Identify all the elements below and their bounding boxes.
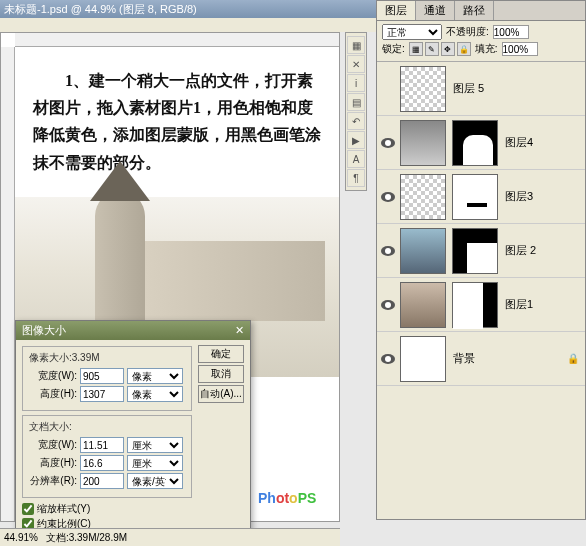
visibility-toggle[interactable] bbox=[379, 192, 397, 202]
width-px-input[interactable] bbox=[80, 368, 124, 384]
dialog-close-icon[interactable]: ✕ bbox=[235, 324, 244, 337]
fill-label: 填充: bbox=[475, 42, 498, 56]
tab-layers[interactable]: 图层 bbox=[377, 1, 416, 20]
doc-size-label: 文档大小: bbox=[29, 420, 185, 434]
character-icon[interactable]: A bbox=[347, 150, 365, 168]
resolution-input[interactable] bbox=[80, 473, 124, 489]
lock-all-icon[interactable]: 🔒 bbox=[457, 42, 471, 56]
layer-name[interactable]: 图层3 bbox=[501, 189, 583, 204]
panel-controls: 正常 不透明度: 锁定: ▦ ✎ ✥ 🔒 填充: bbox=[377, 21, 585, 62]
layer-name[interactable]: 图层1 bbox=[501, 297, 583, 312]
history-icon[interactable]: ↶ bbox=[347, 112, 365, 130]
paragraph-icon[interactable]: ¶ bbox=[347, 169, 365, 187]
layer-row[interactable]: 图层 2 bbox=[377, 224, 585, 278]
ok-button[interactable]: 确定 bbox=[198, 345, 244, 363]
height-px-input[interactable] bbox=[80, 386, 124, 402]
layer-thumbnail[interactable] bbox=[400, 228, 446, 274]
height-cm-label: 高度(H): bbox=[29, 456, 77, 470]
castle-tower bbox=[95, 191, 145, 321]
width-cm-input[interactable] bbox=[80, 437, 124, 453]
lock-transparent-icon[interactable]: ▦ bbox=[409, 42, 423, 56]
ruler-vertical[interactable] bbox=[1, 47, 15, 521]
layers-list[interactable]: 图层 5 图层4 图层3 图层 2 图层1 bbox=[377, 62, 585, 522]
doc-size-info: 文档:3.39M/28.9M bbox=[46, 531, 127, 545]
eye-icon bbox=[381, 354, 395, 364]
lock-label: 锁定: bbox=[382, 42, 405, 56]
pixel-dims-label: 像素大小:3.39M bbox=[29, 351, 185, 365]
layer-name[interactable]: 图层 5 bbox=[449, 81, 583, 96]
lock-icon: 🔒 bbox=[567, 353, 583, 364]
layer-name[interactable]: 图层4 bbox=[501, 135, 583, 150]
layer-mask[interactable] bbox=[452, 120, 498, 166]
dialog-title: 图像大小 bbox=[22, 323, 66, 338]
site-watermark: 查字典 教程网 bbox=[570, 541, 584, 544]
layer-thumbnail[interactable] bbox=[400, 66, 446, 112]
visibility-toggle[interactable] bbox=[379, 246, 397, 256]
width-cm-unit[interactable]: 厘米 bbox=[127, 437, 183, 453]
dialog-titlebar[interactable]: 图像大小 ✕ bbox=[16, 321, 250, 340]
close-icon[interactable]: ✕ bbox=[347, 55, 365, 73]
layer-thumbnail[interactable] bbox=[400, 282, 446, 328]
visibility-toggle[interactable] bbox=[379, 354, 397, 364]
layer-mask[interactable] bbox=[452, 228, 498, 274]
narrow-toolbar: ▦ ✕ i ▤ ↶ ▶ A ¶ bbox=[345, 32, 367, 191]
height-px-unit[interactable]: 像素 bbox=[127, 386, 183, 402]
layer-row[interactable]: 图层 5 bbox=[377, 62, 585, 116]
eye-icon bbox=[381, 192, 395, 202]
scale-styles-label: 缩放样式(Y) bbox=[37, 502, 90, 516]
blend-mode-select[interactable]: 正常 bbox=[382, 24, 442, 40]
layer-thumbnail[interactable] bbox=[400, 174, 446, 220]
tab-channels[interactable]: 通道 bbox=[416, 1, 455, 20]
resolution-label: 分辨率(R): bbox=[29, 474, 77, 488]
opacity-label: 不透明度: bbox=[446, 25, 489, 39]
scale-styles-checkbox[interactable] bbox=[22, 503, 34, 515]
panel-tabs: 图层 通道 路径 bbox=[377, 1, 585, 21]
layer-row[interactable]: 图层4 bbox=[377, 116, 585, 170]
layer-row[interactable]: 图层1 bbox=[377, 278, 585, 332]
resolution-unit[interactable]: 像素/英寸 bbox=[127, 473, 183, 489]
layer-thumbnail[interactable] bbox=[400, 336, 446, 382]
width-label: 宽度(W): bbox=[29, 369, 77, 383]
navigator-icon[interactable]: ▦ bbox=[347, 36, 365, 54]
height-label: 高度(H): bbox=[29, 387, 77, 401]
opacity-input[interactable] bbox=[493, 25, 529, 39]
lock-pixels-icon[interactable]: ✎ bbox=[425, 42, 439, 56]
layer-name[interactable]: 图层 2 bbox=[501, 243, 583, 258]
zoom-value[interactable]: 44.91% bbox=[4, 532, 38, 543]
layer-row[interactable]: 图层3 bbox=[377, 170, 585, 224]
layers-panel: 图层 通道 路径 正常 不透明度: 锁定: ▦ ✎ ✥ 🔒 填充: 图层 5 bbox=[376, 0, 586, 520]
eye-icon bbox=[381, 138, 395, 148]
width-px-unit[interactable]: 像素 bbox=[127, 368, 183, 384]
fill-input[interactable] bbox=[502, 42, 538, 56]
swatches-icon[interactable]: ▤ bbox=[347, 93, 365, 111]
eye-icon bbox=[381, 300, 395, 310]
auto-button[interactable]: 自动(A)... bbox=[198, 385, 244, 403]
width-cm-label: 宽度(W): bbox=[29, 438, 77, 452]
layer-thumbnail[interactable] bbox=[400, 120, 446, 166]
height-cm-input[interactable] bbox=[80, 455, 124, 471]
cancel-button[interactable]: 取消 bbox=[198, 365, 244, 383]
layer-mask[interactable] bbox=[452, 282, 498, 328]
info-icon[interactable]: i bbox=[347, 74, 365, 92]
window-title: 未标题-1.psd @ 44.9% (图层 8, RGB/8) bbox=[4, 2, 197, 17]
visibility-toggle[interactable] bbox=[379, 300, 397, 310]
visibility-toggle[interactable] bbox=[379, 138, 397, 148]
instruction-text: 1、建一个稍大一点的文件，打开素材图片，拖入素材图片1，用色相饱和度降低黄色，添… bbox=[15, 47, 339, 186]
lock-position-icon[interactable]: ✥ bbox=[441, 42, 455, 56]
tab-paths[interactable]: 路径 bbox=[455, 1, 494, 20]
statusbar: 44.91% 文档:3.39M/28.9M bbox=[0, 528, 340, 546]
ruler-horizontal[interactable] bbox=[15, 33, 339, 47]
layer-name[interactable]: 背景 bbox=[449, 351, 567, 366]
castle-body bbox=[145, 241, 325, 321]
layer-mask[interactable] bbox=[452, 174, 498, 220]
height-cm-unit[interactable]: 厘米 bbox=[127, 455, 183, 471]
photops-watermark: PhotoPS bbox=[258, 490, 316, 506]
eye-icon bbox=[381, 246, 395, 256]
layer-row[interactable]: 背景 🔒 bbox=[377, 332, 585, 386]
image-size-dialog: 图像大小 ✕ 确定 取消 自动(A)... 像素大小:3.39M 宽度(W): … bbox=[15, 320, 251, 546]
actions-icon[interactable]: ▶ bbox=[347, 131, 365, 149]
